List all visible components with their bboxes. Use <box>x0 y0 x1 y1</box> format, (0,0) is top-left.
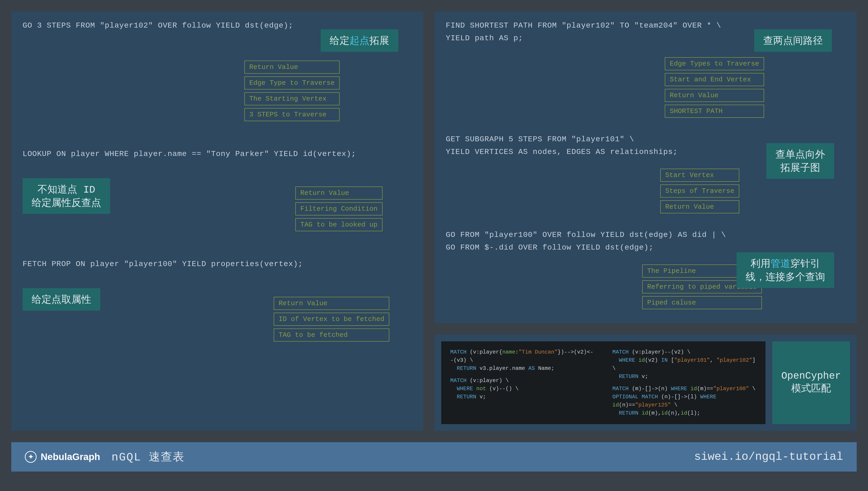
tag: Piped caluse <box>642 296 762 309</box>
tag: Steps of Traverse <box>660 184 739 198</box>
tag: Filtering Condition <box>296 202 382 215</box>
badge-pipe: 利用管道穿针引 线，连接多个查询 <box>737 252 834 288</box>
query-fetch: FETCH PROP ON player "player100" YIELD p… <box>23 259 412 342</box>
code-col-left: MATCH (v:player{name:"Tim Duncan"})-->(v… <box>450 348 594 417</box>
query-path: FIND SHORTEST PATH FROM "player102" TO "… <box>446 20 845 118</box>
badge-go: 给定起点拓展 <box>321 29 398 52</box>
tag: The Starting Vertex <box>244 92 340 105</box>
query-pipe: GO FROM "player100" OVER follow YIELD ds… <box>446 230 845 310</box>
right-panel: FIND SHORTEST PATH FROM "player102" TO "… <box>434 11 857 323</box>
footer-title: nGQL 速查表 <box>112 449 185 464</box>
path-tags: Edge Types to Traverse Start and End Ver… <box>665 57 764 118</box>
badge-subgraph: 查单点向外 拓展子图 <box>766 143 834 179</box>
tag: Return Value <box>665 89 764 102</box>
badge-opencypher: OpenCypher 模式匹配 <box>772 341 850 424</box>
badge-lookup: 不知道点 ID 给定属性反查点 <box>23 178 110 214</box>
fetch-tags: Return Value ID of Vertex to be fetched … <box>274 297 389 342</box>
logo-icon: ✦ <box>25 451 37 463</box>
query-lookup: LOOKUP ON player WHERE player.name == "T… <box>23 149 412 232</box>
query-lookup-code: LOOKUP ON player WHERE player.name == "T… <box>23 149 412 160</box>
pipe-code-l2: GO FROM $-.did OVER follow YIELD dst(edg… <box>446 242 845 253</box>
brand-name: NebulaGraph <box>41 452 100 462</box>
tag: TAG to be fetched <box>274 328 389 342</box>
tag: TAG to be looked up <box>296 218 382 231</box>
code-col-right: MATCH (v:player)--(v2) \ WHERE id(v2) IN… <box>612 348 756 417</box>
left-panel: GO 3 STEPS FROM "player102" OVER follow … <box>11 11 423 431</box>
tag: Edge Types to Traverse <box>665 57 764 70</box>
lookup-tags: Return Value Filtering Condition TAG to … <box>296 186 382 232</box>
tag: SHORTEST PATH <box>665 105 764 118</box>
tag: ID of Vertex to be fetched <box>274 313 389 326</box>
footer-left: ✦ NebulaGraph nGQL 速查表 <box>25 449 185 464</box>
tag: Return Value <box>274 297 389 310</box>
main-row: GO 3 STEPS FROM "player102" OVER follow … <box>11 11 857 431</box>
subgraph-tags: Start Vertex Steps of Traverse Return Va… <box>660 169 739 214</box>
badge-fetch: 给定点取属性 <box>23 288 100 311</box>
tag: Return Value <box>296 186 382 200</box>
footer: ✦ NebulaGraph nGQL 速查表 siwei.io/ngql-tut… <box>11 442 857 471</box>
tag: Edge Type to Traverse <box>244 77 340 89</box>
opencypher-panel: MATCH (v:player{name:"Tim Duncan"})-->(v… <box>434 335 857 431</box>
tag: Start and End Vertex <box>665 73 764 86</box>
code-box: MATCH (v:player{name:"Tim Duncan"})-->(v… <box>441 341 766 424</box>
tag: Return Value <box>660 200 739 213</box>
query-fetch-code: FETCH PROP ON player "player100" YIELD p… <box>23 259 412 270</box>
pipe-code-l1: GO FROM "player100" OVER follow YIELD ds… <box>446 230 845 240</box>
tag: Start Vertex <box>660 169 739 182</box>
nebula-logo: ✦ NebulaGraph <box>25 451 100 463</box>
footer-link: siwei.io/ngql-tutorial <box>694 450 843 463</box>
tag: 3 STEPS to Traverse <box>244 108 340 121</box>
query-subgraph: GET SUBGRAPH 5 STEPS FROM "player101" \ … <box>446 134 845 214</box>
badge-path: 查两点间路径 <box>754 29 832 52</box>
query-go: GO 3 STEPS FROM "player102" OVER follow … <box>23 20 412 122</box>
go-tags: Return Value Edge Type to Traverse The S… <box>244 61 340 122</box>
tag: Return Value <box>244 61 340 74</box>
